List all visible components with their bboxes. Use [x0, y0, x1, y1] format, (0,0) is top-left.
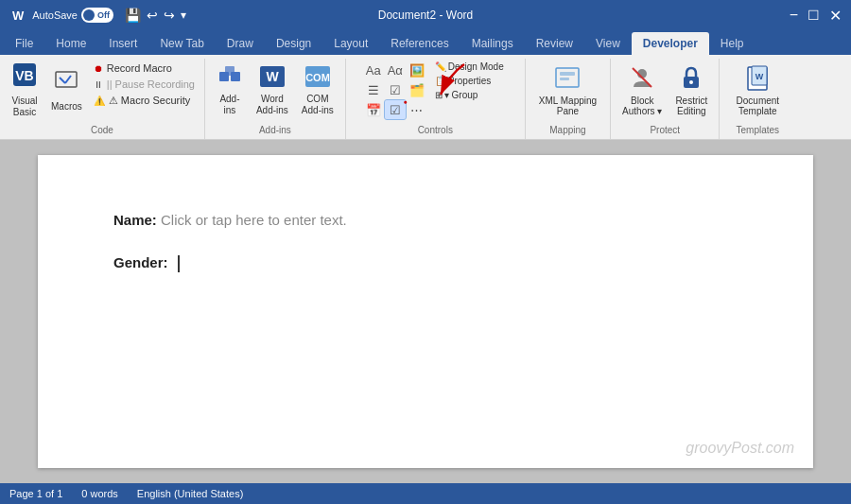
- pause-recording-label: || Pause Recording: [107, 78, 195, 90]
- record-macro-icon: ⏺: [94, 63, 103, 74]
- document-wrapper: Name: Click or tap here to enter text. G…: [0, 140, 851, 483]
- ctrl-icon-img2[interactable]: 🗂️: [407, 80, 427, 99]
- com-addins-label: COMAdd-ins: [302, 94, 334, 116]
- redo-icon[interactable]: ↪: [164, 8, 175, 23]
- minimize-icon[interactable]: −: [790, 7, 798, 24]
- controls-group-label: Controls: [352, 123, 519, 137]
- addins-group-label: Add-ins: [211, 123, 339, 137]
- group-button[interactable]: ⊞ ▾ Group: [431, 89, 508, 101]
- restrict-editing-icon: [678, 64, 704, 93]
- restore-icon[interactable]: ☐: [808, 8, 820, 23]
- svg-rect-14: [560, 72, 575, 76]
- ctrl-icon-1[interactable]: Aa: [363, 61, 384, 79]
- controls-right-buttons: ✏️ Design Mode 📋 Properties ⊞ ▾ Group: [431, 61, 508, 101]
- document-template-button[interactable]: W DocumentTemplate: [729, 61, 788, 119]
- ctrl-icon-chk[interactable]: ☑: [385, 80, 406, 99]
- svg-text:COM: COM: [305, 72, 330, 83]
- properties-button[interactable]: 📋 Properties: [431, 75, 508, 87]
- word-addins-icon: W: [259, 64, 286, 91]
- undo-icon[interactable]: ↩: [147, 8, 158, 23]
- groovy-post-text: groovyPost.com: [686, 440, 794, 456]
- close-icon[interactable]: ✕: [829, 7, 842, 25]
- title-bar: W AutoSave Off 💾 ↩ ↪ ▾ Document2 - Word …: [0, 0, 851, 30]
- tab-view[interactable]: View: [584, 32, 632, 55]
- addins-label: Add-ins: [219, 94, 239, 116]
- word-addins-label: WordAdd-ins: [256, 94, 288, 116]
- save-icon[interactable]: 💾: [125, 8, 141, 23]
- document-template-label: DocumentTemplate: [737, 96, 780, 116]
- gender-field: Gender:: [113, 254, 738, 272]
- macro-security-button[interactable]: ⚠️ ⚠ Macro Security: [90, 93, 199, 109]
- controls-group-content: Aa Aα 🖼️ ☰ ☑ 🗂️ 📅 ☑ ● ⋯ ✏️ Design Mode: [363, 61, 508, 123]
- status-page: Page 1 of 1: [9, 488, 62, 499]
- macro-security-label: ⚠ Macro Security: [109, 95, 190, 107]
- autosave-toggle[interactable]: Off: [81, 8, 113, 23]
- ribbon: VB VisualBasic Macros ⏺ Record Macro ⏸: [0, 55, 851, 140]
- tab-insert[interactable]: Insert: [97, 32, 148, 55]
- design-mode-button[interactable]: ✏️ Design Mode: [431, 61, 508, 73]
- design-mode-label: Design Mode: [448, 61, 504, 72]
- autosave-control[interactable]: AutoSave Off: [32, 8, 113, 23]
- svg-point-19: [689, 80, 693, 84]
- addins-button[interactable]: Add-ins: [211, 61, 249, 119]
- ribbon-group-mapping: XML MappingPane Mapping: [526, 59, 611, 139]
- customize-icon[interactable]: ▾: [181, 9, 186, 22]
- addins-icon: [217, 64, 242, 91]
- word-addins-button[interactable]: W WordAdd-ins: [251, 61, 294, 119]
- tab-draw[interactable]: Draw: [216, 32, 265, 55]
- tab-help[interactable]: Help: [709, 32, 755, 55]
- ribbon-group-templates: W DocumentTemplate Templates: [720, 59, 795, 139]
- tab-references[interactable]: References: [379, 32, 460, 55]
- document-page[interactable]: Name: Click or tap here to enter text. G…: [38, 155, 813, 468]
- svg-text:VB: VB: [15, 68, 33, 83]
- ctrl-icon-2[interactable]: Aα: [385, 61, 406, 79]
- block-authors-button[interactable]: BlockAuthors ▾: [617, 61, 668, 119]
- ctrl-icon-date[interactable]: 📅: [363, 100, 384, 119]
- status-bar: Page 1 of 1 0 words English (United Stat…: [0, 483, 851, 504]
- tab-layout[interactable]: Layout: [322, 32, 379, 55]
- visual-basic-button[interactable]: VB VisualBasic: [6, 61, 43, 119]
- code-group-content: VB VisualBasic Macros ⏺ Record Macro ⏸: [6, 61, 199, 123]
- restrict-editing-button[interactable]: RestrictEditing: [669, 61, 713, 119]
- xml-mapping-pane-button[interactable]: XML MappingPane: [531, 61, 604, 119]
- gender-label: Gender:: [113, 254, 168, 270]
- properties-icon: 📋: [435, 76, 446, 86]
- templates-group-content: W DocumentTemplate: [729, 61, 788, 123]
- record-macro-button[interactable]: ⏺ Record Macro: [90, 61, 199, 76]
- xml-mapping-label: XML MappingPane: [539, 96, 597, 116]
- ribbon-group-code: VB VisualBasic Macros ⏺ Record Macro ⏸: [0, 59, 205, 139]
- autosave-label: AutoSave: [32, 9, 78, 21]
- visual-basic-label: VisualBasic: [11, 96, 37, 118]
- tab-design[interactable]: Design: [265, 32, 322, 55]
- ribbon-group-controls: Aa Aα 🖼️ ☰ ☑ 🗂️ 📅 ☑ ● ⋯ ✏️ Design Mode: [346, 59, 526, 139]
- svg-line-3: [60, 78, 65, 83]
- com-addins-button[interactable]: COM COMAdd-ins: [296, 61, 339, 119]
- controls-icon-grid: Aa Aα 🖼️ ☰ ☑ 🗂️ 📅 ☑ ● ⋯: [363, 61, 427, 119]
- name-placeholder[interactable]: Click or tap here to enter text.: [161, 212, 347, 228]
- ctrl-icon-more[interactable]: ⋯: [407, 100, 427, 119]
- tab-review[interactable]: Review: [525, 32, 584, 55]
- macros-button[interactable]: Macros: [45, 61, 88, 119]
- toggle-state-label: Off: [97, 9, 110, 22]
- groovy-post-watermark: groovyPost.com: [686, 440, 794, 457]
- ctrl-icon-combo[interactable]: ☰: [363, 80, 384, 99]
- ctrl-icon-active[interactable]: ☑ ●: [385, 100, 406, 119]
- code-small-buttons: ⏺ Record Macro ⏸ || Pause Recording ⚠️ ⚠…: [90, 61, 199, 109]
- status-words: 0 words: [81, 488, 118, 499]
- gender-cursor[interactable]: [174, 255, 180, 272]
- svg-line-4: [65, 76, 71, 83]
- tab-newtab[interactable]: New Tab: [148, 32, 215, 55]
- tab-developer[interactable]: Developer: [632, 32, 709, 55]
- tab-mailings[interactable]: Mailings: [460, 32, 525, 55]
- tab-home[interactable]: Home: [44, 32, 97, 55]
- mapping-group-label: Mapping: [531, 123, 604, 137]
- ctrl-icon-img[interactable]: 🖼️: [407, 61, 427, 79]
- tab-file[interactable]: File: [4, 32, 44, 55]
- pause-recording-button[interactable]: ⏸ || Pause Recording: [90, 77, 199, 92]
- ribbon-tabs: File Home Insert New Tab Draw Design Lay…: [0, 30, 851, 55]
- svg-rect-7: [225, 66, 234, 76]
- svg-text:W: W: [266, 69, 279, 84]
- name-label: Name:: [113, 212, 157, 228]
- templates-group-label: Templates: [725, 123, 790, 137]
- document-template-icon: W: [744, 64, 771, 93]
